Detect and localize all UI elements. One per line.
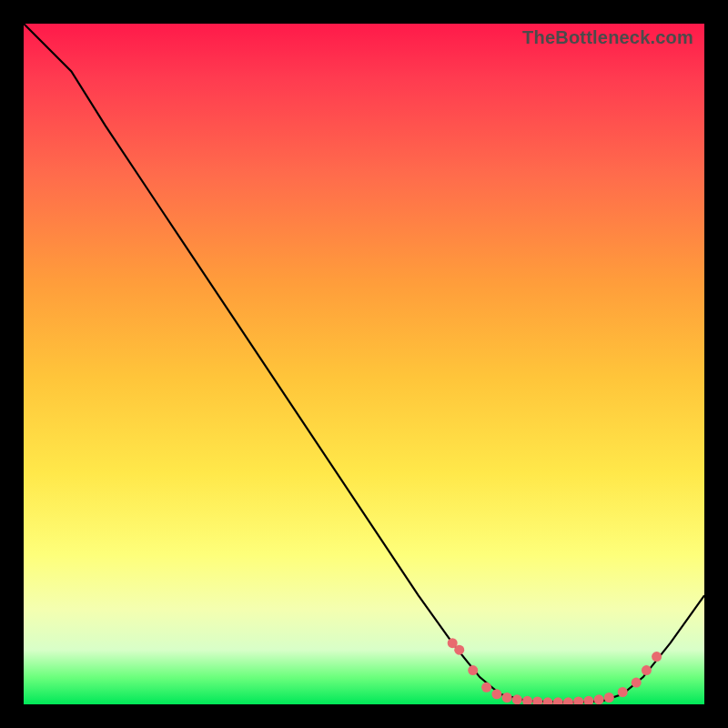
- sample-dot: [481, 682, 491, 693]
- sample-dot: [632, 678, 642, 688]
- sample-dot: [454, 645, 464, 655]
- sample-dot: [543, 697, 553, 704]
- sample-dot: [583, 696, 593, 704]
- sample-dot: [604, 693, 614, 703]
- sample-dots-group: [448, 638, 662, 704]
- curve-line: [24, 24, 704, 703]
- sample-dot: [502, 693, 512, 703]
- sample-dot: [512, 694, 522, 704]
- sample-dot: [573, 697, 583, 705]
- sample-dot: [553, 697, 563, 704]
- sample-dot: [491, 689, 501, 699]
- sample-dot: [563, 697, 573, 704]
- chart-plot-area: TheBottleneck.com: [24, 24, 704, 704]
- sample-dot: [652, 652, 662, 662]
- bottleneck-curve-chart: [24, 24, 704, 704]
- sample-dot: [522, 696, 532, 704]
- sample-dot: [594, 694, 604, 704]
- sample-dot: [618, 687, 628, 697]
- sample-dot: [642, 665, 652, 675]
- sample-dot: [468, 665, 478, 675]
- sample-dot: [532, 697, 542, 705]
